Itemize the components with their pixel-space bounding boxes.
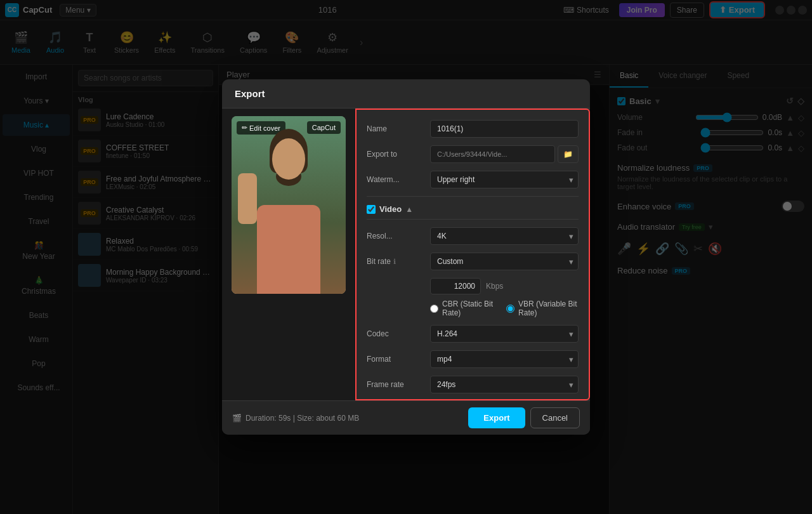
footer-actions: Export Cancel (468, 407, 580, 428)
resolution-row: Resol... 4K 1080p 720p 480p (367, 227, 579, 245)
form-divider-1 (367, 196, 579, 197)
frame-rate-select[interactable]: 24fps 30fps 60fps (430, 376, 579, 393)
bitrate-value-row: Kbps (430, 278, 579, 294)
duration-size-info: 🎬 Duration: 59s | Size: about 60 MB (232, 414, 359, 423)
face-shape (272, 138, 305, 180)
name-row: Name (367, 120, 579, 138)
export-to-row: Export to 📁 (367, 145, 579, 163)
name-label: Name (367, 124, 430, 133)
vbr-radio[interactable] (506, 305, 514, 313)
video-toggle-arrow[interactable]: ▲ (405, 205, 413, 214)
watermark-row: Waterm... Upper right Upper left Lower r… (367, 171, 579, 188)
frame-rate-row: Frame rate 24fps 30fps 60fps (367, 376, 579, 393)
browse-button[interactable]: 📁 (558, 145, 579, 163)
export-preview-panel: ✏ Edit cover CapCut (222, 109, 355, 400)
cancel-button[interactable]: Cancel (530, 407, 580, 428)
video-icon: 🎬 (232, 414, 242, 423)
resolution-select[interactable]: 4K 1080p 720p 480p (430, 227, 579, 245)
export-modal-header: Export (222, 79, 590, 109)
format-select[interactable]: mp4 mov avi (430, 350, 579, 368)
body-shape (257, 205, 320, 294)
info-icon: ℹ (393, 258, 396, 266)
bitrate-type-row: CBR (Static Bit Rate) VBR (Variable Bit … (430, 300, 579, 317)
preview-image (232, 116, 346, 294)
codec-select[interactable]: H.264 H.265 ProRes (430, 325, 579, 343)
cbr-option[interactable]: CBR (Static Bit Rate) (430, 300, 496, 317)
export-modal-footer: 🎬 Duration: 59s | Size: about 60 MB Expo… (222, 400, 590, 435)
format-label: Format (367, 355, 430, 364)
export-form-panel: Name Export to 📁 Waterm... (355, 109, 590, 400)
watermark-label: Waterm... (367, 175, 430, 184)
frame-rate-label: Frame rate (367, 380, 430, 389)
cbr-radio[interactable] (430, 305, 438, 313)
watermark-select[interactable]: Upper right Upper left Lower right Lower… (430, 171, 579, 188)
bitrate-input[interactable] (430, 278, 481, 294)
codec-row: Codec H.264 H.265 ProRes (367, 325, 579, 343)
export-modal-body: ✏ Edit cover CapCut Name (222, 109, 590, 400)
video-checkbox[interactable] (367, 205, 376, 214)
vbr-option[interactable]: VBR (Variable Bit Rate) (506, 300, 579, 317)
arm-shape (238, 173, 257, 224)
bitrate-unit: Kbps (486, 282, 503, 291)
name-input[interactable] (430, 120, 579, 138)
preview-image-wrapper: ✏ Edit cover CapCut (232, 116, 346, 294)
export-path-input[interactable] (430, 145, 555, 163)
codec-label: Codec (367, 329, 430, 338)
export-modal-overlay: Export ✏ Edit cover (0, 0, 812, 514)
export-to-label: Export to (367, 150, 430, 159)
bit-rate-row: Bit rate ℹ Custom Auto High Medium Low (367, 253, 579, 270)
resolution-label: Resol... (367, 232, 430, 241)
export-modal: Export ✏ Edit cover (222, 79, 590, 435)
format-row: Format mp4 mov avi (367, 350, 579, 368)
video-section-header: Video ▲ (367, 204, 579, 220)
capcut-watermark-button[interactable]: CapCut (307, 121, 341, 134)
export-confirm-button[interactable]: Export (468, 407, 525, 428)
bit-rate-label: Bit rate ℹ (367, 257, 430, 266)
bit-rate-select[interactable]: Custom Auto High Medium Low (430, 253, 579, 270)
